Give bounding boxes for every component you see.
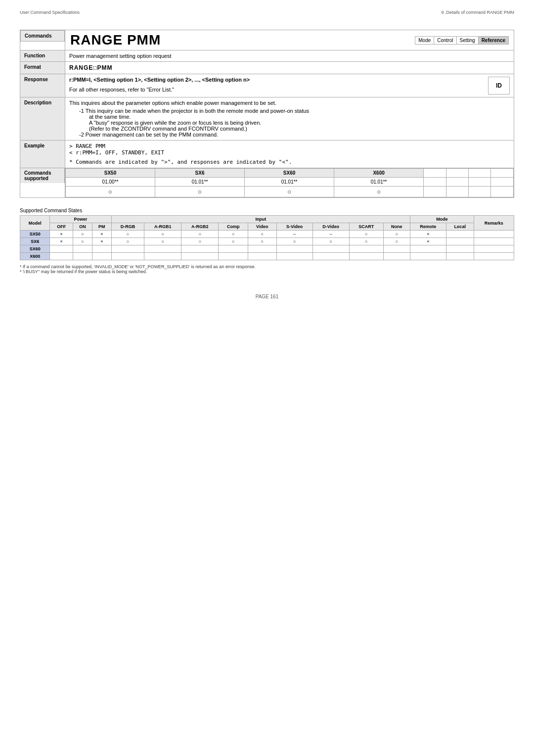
sx50-remote: × bbox=[410, 231, 446, 238]
commands-inner-table: SX50 SX6 SX60 X600 01.00** 01.01** 01.01… bbox=[65, 168, 514, 197]
sx50-drgb: ○ bbox=[111, 231, 144, 238]
col-remarks: Remarks bbox=[474, 216, 514, 231]
sx50-pm: × bbox=[92, 231, 111, 238]
sx50-svideo: – bbox=[276, 231, 312, 238]
sx50-dvideo: – bbox=[312, 231, 349, 238]
cmd-circ-5 bbox=[424, 187, 446, 197]
response-label: Response bbox=[20, 74, 65, 97]
col-local: Local bbox=[446, 223, 474, 231]
sx60-row: SX60 bbox=[20, 245, 514, 253]
cmd-col-x600: X600 bbox=[334, 169, 424, 178]
sx60-none bbox=[383, 245, 410, 253]
x600-svideo bbox=[276, 253, 312, 260]
col-on: ON bbox=[73, 223, 92, 231]
format-label: Format bbox=[20, 62, 65, 74]
tab-mode[interactable]: Mode bbox=[415, 36, 434, 45]
id-box: ID bbox=[488, 77, 510, 94]
cmd-col-sx6: SX6 bbox=[155, 169, 245, 178]
commands-label-text: Commands bbox=[24, 170, 60, 176]
sx6-remote: × bbox=[410, 238, 446, 245]
description-row: Description This inquires about the para… bbox=[20, 97, 514, 141]
tab-reference[interactable]: Reference bbox=[478, 36, 509, 45]
col-remote: Remote bbox=[410, 223, 446, 231]
cmd-circ-sx6: ○ bbox=[155, 187, 245, 197]
x600-model: X600 bbox=[20, 253, 50, 260]
sx60-video bbox=[248, 245, 277, 253]
sx60-local bbox=[446, 245, 474, 253]
page-footer: PAGE 161 bbox=[20, 294, 514, 299]
cmd-circ-x600: ○ bbox=[334, 187, 424, 197]
sx6-off: × bbox=[50, 238, 73, 245]
cmd-ver-sx6: 01.01** bbox=[155, 178, 245, 187]
sx6-row: SX6 × ○ × ○ ○ ○ ○ ○ ○ ○ ○ ○ × bbox=[20, 238, 514, 245]
x600-drgb bbox=[111, 253, 144, 260]
cmd-circ-sx50: ○ bbox=[66, 187, 155, 197]
cmd-col-8 bbox=[491, 169, 514, 178]
tab-setting[interactable]: Setting bbox=[456, 36, 479, 45]
sx50-on: ○ bbox=[73, 231, 92, 238]
sx6-video: ○ bbox=[248, 238, 277, 245]
example-content: > RANGE PMM < r:PMM=I, OFF, STANDBY, EXI… bbox=[65, 141, 514, 168]
cmd-ver-7 bbox=[469, 178, 491, 187]
cmd-circ-8 bbox=[491, 187, 514, 197]
description-label: Description bbox=[20, 97, 65, 141]
supported-section-label: Supported Command States bbox=[20, 208, 514, 213]
sx50-argb2: ○ bbox=[181, 231, 219, 238]
cmd-ver-sx50: 01.00** bbox=[66, 178, 155, 187]
cmd-col-7 bbox=[469, 169, 491, 178]
header-right: 9 .Details of command RANGE PMM bbox=[441, 10, 514, 15]
sx6-on: ○ bbox=[73, 238, 92, 245]
x600-none bbox=[383, 253, 410, 260]
footnotes: * If a command cannot be supported, 'INV… bbox=[20, 264, 514, 274]
sx50-scart: ○ bbox=[349, 231, 383, 238]
command-table: Commands RANGE PMM Mode Control Setting … bbox=[20, 30, 514, 198]
sx60-remote bbox=[410, 245, 446, 253]
col-comp: Comp bbox=[219, 223, 248, 231]
cmd-header-row: SX50 SX6 SX60 X600 bbox=[66, 169, 514, 178]
cmd-version-row: 01.00** 01.01** 01.01** 01.01** bbox=[66, 178, 514, 187]
sx60-argb1 bbox=[144, 245, 181, 253]
x600-off bbox=[50, 253, 73, 260]
sx50-video: ○ bbox=[248, 231, 277, 238]
cmd-circ-7 bbox=[469, 187, 491, 197]
commands-supported-row: Commands supported SX50 SX6 SX60 X600 bbox=[20, 168, 514, 198]
col-argb1: A-RGB1 bbox=[144, 223, 181, 231]
cmd-ver-8 bbox=[491, 178, 514, 187]
sx6-pm: × bbox=[92, 238, 111, 245]
function-row: Function Power management setting option… bbox=[20, 50, 514, 62]
cmd-circle-row: ○ ○ ○ ○ bbox=[66, 187, 514, 197]
function-value: Power management setting option request bbox=[65, 50, 514, 62]
x600-row: X600 bbox=[20, 253, 514, 260]
commands-grid-cell: SX50 SX6 SX60 X600 01.00** 01.01** 01.01… bbox=[65, 168, 514, 198]
sx60-drgb bbox=[111, 245, 144, 253]
cmd-circ-6 bbox=[446, 187, 468, 197]
sx6-model: SX6 bbox=[20, 238, 50, 245]
col-argb2: A-RGB2 bbox=[181, 223, 219, 231]
sx6-dvideo: ○ bbox=[312, 238, 349, 245]
sx6-local bbox=[446, 238, 474, 245]
response-row: Response r:PMM=I, <Setting option 1>, <S… bbox=[20, 74, 514, 97]
col-off: OFF bbox=[50, 223, 73, 231]
x600-dvideo bbox=[312, 253, 349, 260]
format-value: RANGE□PMM bbox=[65, 62, 514, 74]
x600-local bbox=[446, 253, 474, 260]
cmd-ver-x600: 01.01** bbox=[334, 178, 424, 187]
sx6-argb1: ○ bbox=[144, 238, 181, 245]
col-mode: Mode bbox=[410, 216, 474, 223]
sx6-comp: ○ bbox=[219, 238, 248, 245]
col-input: Input bbox=[111, 216, 410, 223]
sx60-model: SX60 bbox=[20, 245, 50, 253]
sx50-comp: ○ bbox=[219, 231, 248, 238]
commands-supported-label-cell: Commands supported bbox=[20, 168, 65, 198]
sx50-row: SX50 × ○ × ○ ○ ○ ○ ○ – – ○ ○ × bbox=[20, 231, 514, 238]
x600-remarks bbox=[474, 253, 514, 260]
x600-scart bbox=[349, 253, 383, 260]
example-line-1: > RANGE PMM bbox=[69, 143, 510, 149]
x600-remote bbox=[410, 253, 446, 260]
sx60-scart bbox=[349, 245, 383, 253]
sx60-off bbox=[50, 245, 73, 253]
col-dvideo: D-Video bbox=[312, 223, 349, 231]
tab-control[interactable]: Control bbox=[434, 36, 456, 45]
col-scart: SCART bbox=[349, 223, 383, 231]
col-model: Model bbox=[20, 216, 50, 231]
